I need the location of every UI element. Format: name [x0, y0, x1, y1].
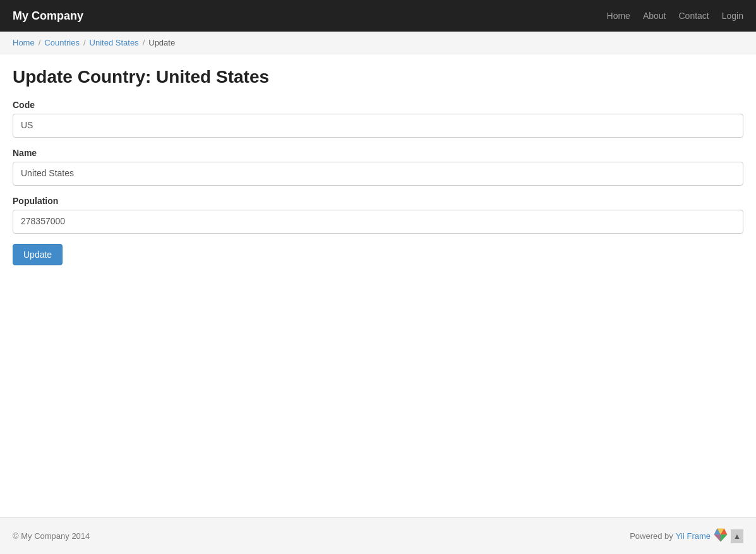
name-input[interactable] [13, 162, 743, 186]
navbar: My Company Home About Contact Login [0, 0, 756, 32]
yii-logo [713, 527, 728, 545]
svg-marker-3 [721, 534, 727, 541]
breadcrumb-separator-1: / Countries [39, 38, 80, 47]
breadcrumb-link-home[interactable]: Home [13, 38, 35, 47]
breadcrumb-item-home: Home [13, 38, 35, 47]
code-label: Code [13, 100, 743, 110]
breadcrumb-current: Update [148, 38, 175, 47]
footer-yii-link[interactable]: Yii Frame [676, 531, 711, 541]
nav-item-about: About [643, 11, 666, 21]
nav-item-home: Home [607, 11, 630, 21]
nav-link-login[interactable]: Login [722, 11, 743, 21]
separator-icon-2: / [83, 38, 86, 47]
breadcrumb-separator-3: / Update [143, 38, 176, 47]
footer-powered: Powered by Yii Frame ▲ [630, 527, 743, 545]
breadcrumb: Home / Countries / United States / Updat… [13, 38, 743, 47]
nav-link-about[interactable]: About [643, 11, 666, 21]
footer-powered-text: Powered by [630, 531, 673, 541]
form-group-population: Population [13, 196, 743, 234]
nav-item-contact: Contact [678, 11, 709, 21]
navbar-brand[interactable]: My Company [13, 9, 83, 23]
svg-marker-4 [714, 534, 721, 541]
main-content: Update Country: United States Code Name … [0, 54, 756, 517]
name-label: Name [13, 148, 743, 158]
form-group-code: Code [13, 100, 743, 138]
code-input[interactable] [13, 114, 743, 138]
footer-copyright: © My Company 2014 [13, 531, 90, 541]
breadcrumb-link-countries[interactable]: Countries [44, 38, 80, 47]
breadcrumb-separator-2: / United States [83, 38, 139, 47]
population-label: Population [13, 196, 743, 206]
population-input[interactable] [13, 210, 743, 234]
nav-link-home[interactable]: Home [607, 11, 630, 21]
breadcrumb-bar: Home / Countries / United States / Updat… [0, 32, 756, 54]
nav-link-contact[interactable]: Contact [678, 11, 709, 21]
separator-icon-3: / [143, 38, 145, 47]
scroll-top-button[interactable]: ▲ [731, 529, 743, 543]
page-title: Update Country: United States [13, 67, 743, 87]
update-country-form: Code Name Population Update [13, 100, 743, 265]
footer: © My Company 2014 Powered by Yii Frame ▲ [0, 517, 756, 554]
separator-icon: / [39, 38, 41, 47]
navbar-nav: Home About Contact Login [607, 11, 743, 21]
form-group-name: Name [13, 148, 743, 186]
nav-item-login: Login [722, 11, 743, 21]
breadcrumb-link-united-states[interactable]: United States [90, 38, 139, 47]
update-button[interactable]: Update [13, 244, 63, 265]
